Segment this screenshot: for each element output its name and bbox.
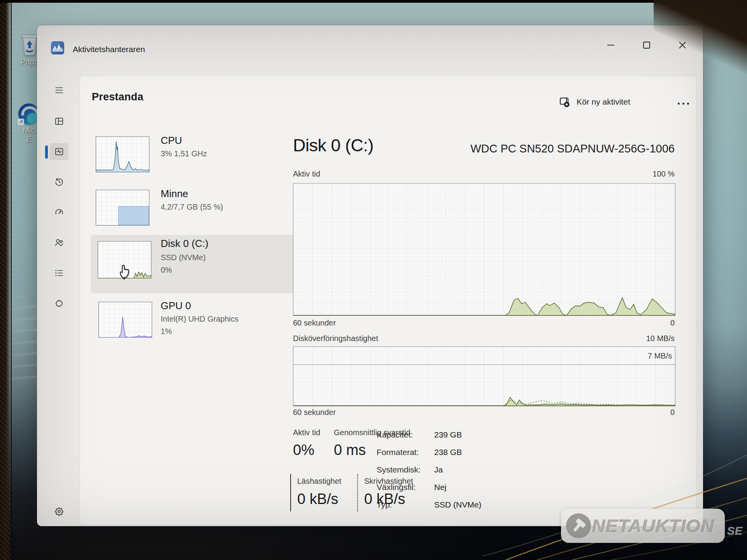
detail-value: SSD (NVMe) [434, 500, 481, 509]
titlebar[interactable]: Aktivitetshanteraren [37, 25, 703, 60]
background-corner [654, 0, 747, 78]
write-series-rule [357, 474, 358, 511]
detail-value: 238 GB [434, 448, 462, 457]
memory-title: Minne [161, 188, 188, 200]
shortcut-arrow-icon: ↗ [18, 119, 24, 125]
window-title: Aktivitetshanteraren [73, 45, 145, 54]
detail-label: Växlingsfil: [377, 483, 416, 492]
maximize-icon [642, 40, 651, 50]
performance-icon [54, 147, 64, 157]
detail-value: Ja [434, 465, 443, 474]
response-stat-value: 0 ms [334, 442, 366, 458]
wallpaper-streaks [12, 296, 39, 381]
detail-value: Nej [434, 483, 447, 492]
gpu-usage: 1% [161, 327, 172, 336]
chart1-xspan: 60 sekunder [293, 318, 336, 327]
sidebar-item-app-history[interactable] [50, 173, 68, 191]
cpu-subtitle: 3% 1,51 GHz [161, 149, 207, 158]
minimize-icon [606, 40, 615, 50]
sidebar-item-users[interactable] [50, 234, 68, 251]
active-time-stat-value: 0% [293, 442, 314, 458]
chart2-zero: 0 [670, 408, 675, 417]
edge-label-line2: E [26, 135, 31, 144]
run-new-task-button[interactable]: Kör ny aktivitet [554, 93, 634, 110]
settings-gear-icon [54, 506, 64, 516]
more-options-button[interactable] [670, 96, 697, 110]
chart1-zero: 0 [670, 318, 675, 327]
chart1-max-label: 100 % [652, 170, 675, 178]
run-new-task-icon [558, 96, 570, 108]
disk-title: Disk 0 (C:) [161, 238, 209, 250]
memory-subtitle: 4,2/7,7 GB (55 %) [161, 203, 223, 212]
monitor-bezel [0, 0, 12, 560]
memory-usage-block [118, 206, 149, 226]
auction-hammer-icon [565, 512, 592, 539]
cpu-mini-chart [96, 136, 149, 172]
cpu-title: CPU [161, 135, 182, 147]
disk-subtitle: SSD (NVMe) [161, 253, 206, 262]
hand-cursor-icon [117, 262, 133, 280]
watermark-brand: NETAUKTION [592, 515, 715, 537]
sidebar-item-settings[interactable] [50, 503, 68, 520]
disk-usage: 0% [161, 266, 172, 275]
performance-panel: Prestanda Kör ny aktivitet CPU 3% 1,51 G… [80, 76, 696, 525]
edge-icon: ↗ [18, 103, 39, 124]
startup-gauge-icon [54, 207, 64, 217]
chart1-label: Aktiv tid [293, 170, 320, 178]
read-series-rule [290, 474, 291, 511]
history-clock-icon [54, 177, 64, 187]
detail-value: 239 GB [434, 430, 462, 439]
sidebar-item-menu[interactable] [50, 82, 68, 99]
gpu-subtitle: Intel(R) UHD Graphics [161, 315, 238, 324]
selected-nav-indicator [45, 145, 48, 159]
ellipsis-icon [678, 103, 680, 105]
read-stat-label: Läshastighet [297, 477, 341, 486]
users-icon [54, 238, 64, 248]
hamburger-menu-icon [54, 85, 64, 95]
sidebar-item-startup-apps[interactable] [50, 204, 68, 221]
read-stat-value: 0 kB/s [297, 491, 338, 508]
active-time-stat-label: Aktiv tid [293, 428, 320, 437]
watermark-suffix: SE [727, 524, 743, 537]
photo-of-monitor: Papp ↗ Mic E Aktivitetshanteraren [0, 0, 747, 560]
processes-icon [54, 116, 64, 126]
edge-label-line1: Mic [23, 126, 35, 135]
task-manager-logo-icon [51, 41, 65, 55]
page-title: Prestanda [92, 91, 143, 103]
memory-mini-chart [96, 190, 149, 226]
disk-page-title: Disk 0 (C:) [293, 135, 374, 156]
minimize-button[interactable] [599, 36, 623, 54]
watermark: NETAUKTION SE [561, 509, 743, 543]
detail-label: Formaterat: [377, 448, 419, 457]
run-new-task-label: Kör ny aktivitet [577, 97, 630, 107]
gpu-title: GPU 0 [161, 300, 191, 312]
transfer-rate-chart: 7 MB/s [293, 346, 675, 406]
active-time-chart [293, 183, 675, 315]
recycle-bin-label: Papp [21, 58, 39, 66]
chart2-label: Disköverföringshastighet [293, 334, 378, 343]
monitor-bezel-top [0, 0, 747, 3]
sidebar-item-details[interactable] [50, 264, 68, 282]
chart2-xspan: 60 sekunder [293, 408, 336, 417]
details-list-icon [54, 268, 64, 278]
chart2-max-label: 10 MB/s [646, 334, 675, 343]
task-manager-window: Aktivitetshanteraren [37, 25, 703, 526]
disk-device-name: WDC PC SN520 SDAPNUW-256G-1006 [470, 142, 675, 155]
sidebar-item-processes[interactable] [50, 113, 68, 130]
gpu-mini-chart [98, 302, 152, 338]
services-cog-icon [54, 298, 64, 308]
sidebar-item-services[interactable] [50, 295, 68, 312]
detail-label: Kapacitet: [377, 430, 413, 439]
detail-label: Systemdisk: [377, 465, 421, 474]
sidebar-item-performance[interactable] [50, 143, 68, 160]
detail-label: Typ: [377, 500, 392, 509]
